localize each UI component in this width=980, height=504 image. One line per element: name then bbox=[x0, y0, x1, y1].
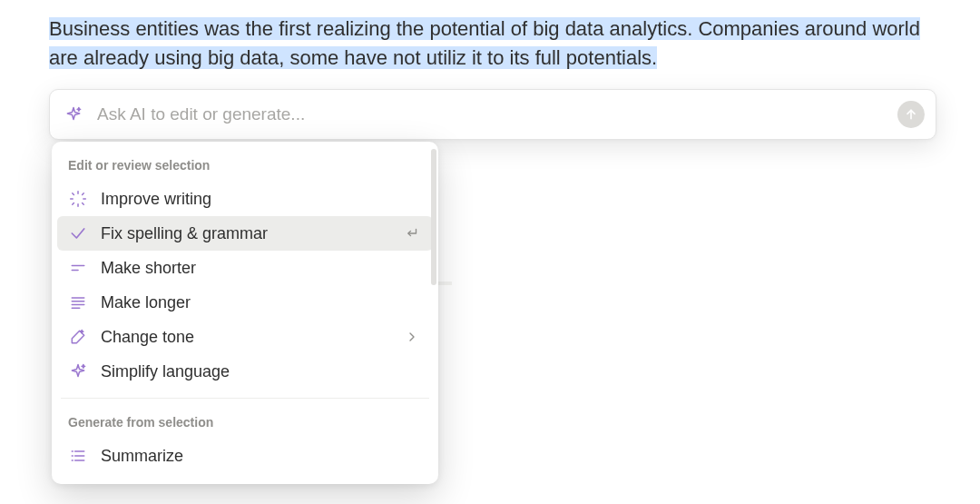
improve-icon bbox=[68, 189, 88, 209]
menu-section-edit-label: Edit or review selection bbox=[57, 151, 433, 182]
chevron-right-icon bbox=[402, 327, 422, 347]
menu-item-make-shorter[interactable]: Make shorter bbox=[57, 251, 433, 285]
menu-section-generate-label: Generate from selection bbox=[57, 408, 433, 439]
menu-item-label: Fix spelling & grammar bbox=[101, 222, 389, 244]
menu-item-improve-writing[interactable]: Improve writing bbox=[57, 182, 433, 216]
summarize-icon bbox=[68, 446, 88, 466]
menu-divider bbox=[61, 398, 429, 399]
menu-item-make-longer[interactable]: Make longer bbox=[57, 285, 433, 320]
menu-item-label: Simplify language bbox=[101, 361, 422, 382]
sparkle-icon bbox=[64, 105, 83, 124]
ai-actions-menu: Edit or review selection Improve writing… bbox=[52, 142, 438, 484]
tone-icon bbox=[68, 327, 88, 347]
menu-item-label: Summarize bbox=[101, 445, 422, 467]
menu-item-label: Change tone bbox=[101, 326, 389, 348]
selected-paragraph[interactable]: Business entities was the first realizin… bbox=[49, 15, 936, 73]
menu-item-simplify-language[interactable]: Simplify language bbox=[57, 354, 433, 389]
ai-command-bar[interactable] bbox=[49, 89, 936, 140]
menu-item-change-tone[interactable]: Change tone bbox=[57, 320, 433, 354]
menu-item-label: Make shorter bbox=[101, 257, 422, 279]
menu-item-label: Improve writing bbox=[101, 188, 422, 210]
sparkle-icon bbox=[68, 361, 88, 381]
menu-item-label: Make longer bbox=[101, 292, 422, 313]
shorter-icon bbox=[68, 258, 88, 278]
enter-key-icon bbox=[402, 223, 422, 243]
submit-button[interactable] bbox=[897, 101, 925, 128]
longer-icon bbox=[68, 292, 88, 312]
ai-prompt-input[interactable] bbox=[95, 104, 890, 125]
menu-item-fix-spelling-grammar[interactable]: Fix spelling & grammar bbox=[57, 216, 433, 251]
check-icon bbox=[68, 223, 88, 243]
menu-item-summarize[interactable]: Summarize bbox=[57, 439, 433, 473]
highlighted-text[interactable]: Business entities was the first realizin… bbox=[49, 17, 920, 69]
